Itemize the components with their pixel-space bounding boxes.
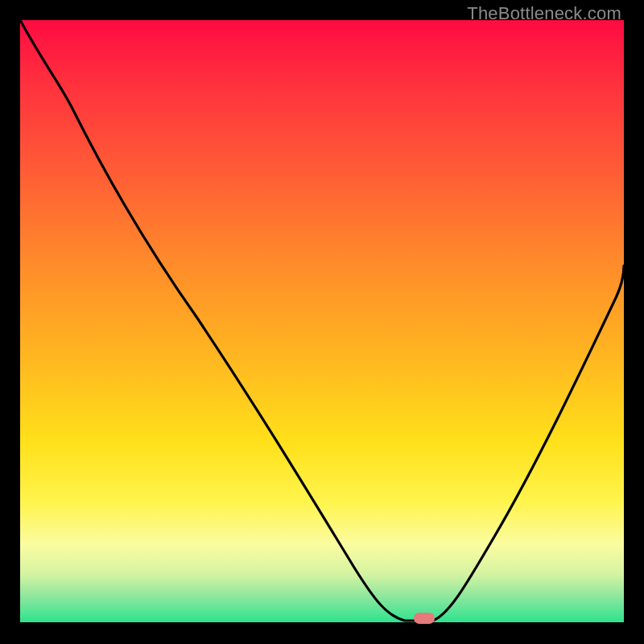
bottleneck-curve (20, 20, 624, 622)
chart-frame: TheBottleneck.com (0, 0, 644, 644)
plot-area (20, 20, 624, 622)
optimal-marker (414, 613, 435, 624)
watermark-text: TheBottleneck.com (467, 3, 621, 24)
